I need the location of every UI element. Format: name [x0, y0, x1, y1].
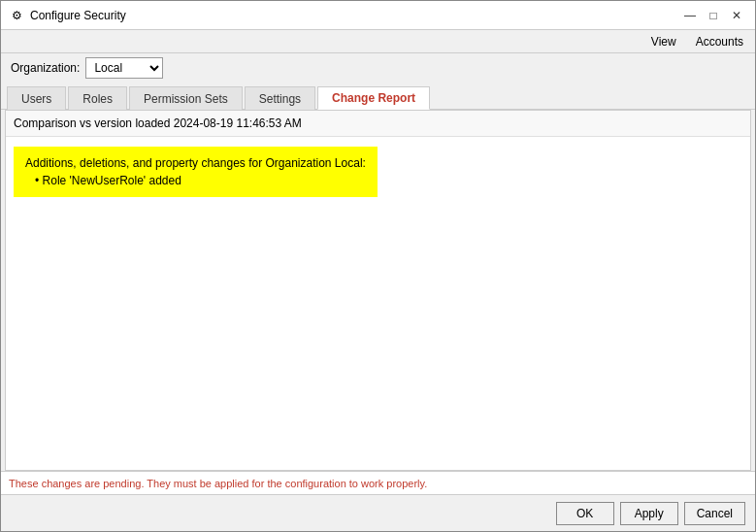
tab-change-report[interactable]: Change Report	[317, 86, 430, 110]
comparison-bar: Comparison vs version loaded 2024-08-19 …	[6, 111, 750, 137]
content-area: Comparison vs version loaded 2024-08-19 …	[5, 110, 751, 471]
menu-view[interactable]: View	[647, 33, 680, 50]
tab-settings[interactable]: Settings	[245, 86, 315, 110]
list-item: Role 'NewUserRole' added	[35, 174, 366, 187]
change-header: Additions, deletions, and property chang…	[25, 156, 366, 170]
title-bar: ⚙ Configure Security — □ ✕	[1, 1, 755, 30]
maximize-button[interactable]: □	[703, 5, 724, 26]
configure-security-window: ⚙ Configure Security — □ ✕ View Accounts…	[0, 0, 756, 532]
tabs-bar: Users Roles Permission Sets Settings Cha…	[1, 83, 755, 110]
tab-roles[interactable]: Roles	[68, 86, 127, 110]
cancel-button[interactable]: Cancel	[684, 502, 745, 525]
window-title: Configure Security	[30, 9, 126, 22]
org-label: Organization:	[11, 61, 80, 75]
org-bar: Organization: Local	[1, 53, 755, 83]
apply-button[interactable]: Apply	[620, 502, 678, 525]
bottom-bar: OK Apply Cancel	[1, 494, 755, 531]
tab-users[interactable]: Users	[7, 86, 66, 110]
ok-button[interactable]: OK	[556, 502, 614, 525]
title-bar-controls: — □ ✕	[679, 5, 747, 26]
status-text: These changes are pending. They must be …	[9, 478, 427, 489]
change-list: Role 'NewUserRole' added	[25, 174, 366, 187]
tab-permission-sets[interactable]: Permission Sets	[129, 86, 243, 110]
menu-accounts[interactable]: Accounts	[692, 33, 747, 50]
close-button[interactable]: ✕	[726, 5, 747, 26]
status-bar: These changes are pending. They must be …	[1, 471, 755, 494]
minimize-button[interactable]: —	[679, 5, 701, 26]
change-box: Additions, deletions, and property chang…	[14, 147, 378, 197]
window-icon: ⚙	[9, 8, 24, 23]
change-content: Additions, deletions, and property chang…	[6, 137, 750, 470]
comparison-text: Comparison vs version loaded 2024-08-19 …	[14, 116, 302, 130]
title-bar-left: ⚙ Configure Security	[9, 8, 126, 23]
menu-bar: View Accounts	[1, 30, 755, 53]
org-select[interactable]: Local	[85, 57, 163, 79]
